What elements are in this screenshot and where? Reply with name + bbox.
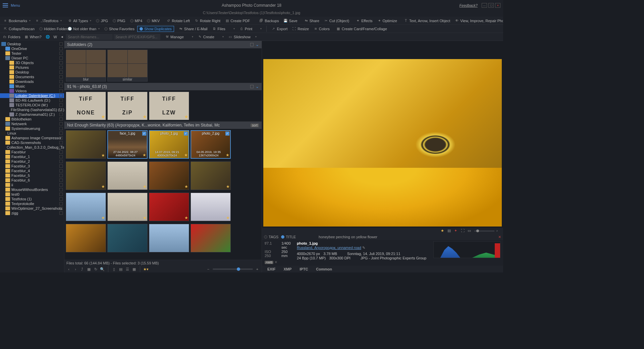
check-icon[interactable]: ✓ xyxy=(184,132,188,136)
sb-grid-icon[interactable]: ▦ xyxy=(87,267,91,271)
tree-item[interactable]: ii xyxy=(0,183,64,187)
tree-item[interactable]: 3D Objects xyxy=(0,60,64,65)
tree-check[interactable] xyxy=(59,70,63,74)
print-button[interactable]: ⎙Print▾ xyxy=(237,26,264,32)
thumbnail-scroll[interactable]: Subfolders (2) ⌄ blur similar 91 % - pho… xyxy=(64,41,262,260)
tree-check[interactable] xyxy=(59,164,63,168)
sb-search-icon[interactable]: 🔍 xyxy=(100,267,105,271)
tree-check[interactable] xyxy=(59,117,63,121)
tree-check[interactable] xyxy=(59,207,63,210)
tree-check[interactable] xyxy=(59,42,63,46)
thumb[interactable]: ★ xyxy=(149,161,189,190)
tree-check[interactable] xyxy=(59,188,63,191)
sb-view1-icon[interactable]: ▯ xyxy=(112,267,116,271)
tree-check[interactable] xyxy=(59,52,63,55)
view-improve-button[interactable]: 👁View, Improve, Repair Photo xyxy=(453,18,503,23)
thumb-selected[interactable]: face_1.jpg✓27.04.2022, 08:274480x5973x24… xyxy=(107,130,148,159)
thumb[interactable]: ★ xyxy=(149,193,189,221)
mkv-filter[interactable]: MKV xyxy=(145,18,162,23)
tree-check[interactable] xyxy=(59,169,63,172)
sb-view4-icon[interactable]: ▦ xyxy=(132,267,137,271)
rotate-right-button[interactable]: ↻Rotate Right xyxy=(193,18,222,23)
thumb-selected[interactable]: photo_1.jpg✓14.07.2019, 09:214000x2670x2… xyxy=(149,130,189,159)
tree-item[interactable]: WinOptimizer_27_Screenshots xyxy=(0,206,64,211)
title-tab[interactable]: TITLE xyxy=(281,235,296,239)
tree-item[interactable]: Pictures xyxy=(0,65,64,70)
preview-image[interactable] xyxy=(263,59,502,227)
tree-check[interactable] xyxy=(59,132,63,135)
tree-check[interactable] xyxy=(59,103,63,107)
sb-up-icon[interactable]: ⤴ xyxy=(80,267,85,271)
tags-tab[interactable]: TAGS xyxy=(264,235,278,239)
pt-fullscreen-icon[interactable]: ⛶ xyxy=(461,229,466,233)
tree-check[interactable] xyxy=(59,80,63,83)
thumb[interactable]: ★ xyxy=(66,161,106,190)
tree-check[interactable] xyxy=(59,146,63,149)
nav-prev[interactable]: ◂ xyxy=(60,34,64,40)
tree-item[interactable]: Linux xyxy=(0,131,64,136)
tree-check[interactable] xyxy=(59,85,63,88)
show-duplicates-toggle[interactable]: Show Duplicates xyxy=(137,26,174,32)
search-filenames-input[interactable] xyxy=(66,34,113,40)
star-icon[interactable]: ★ xyxy=(184,153,188,157)
manage-button[interactable]: ⚒Manage▾ xyxy=(163,34,195,40)
tree-item[interactable]: Z (\\ashsrvwuma01) (Z:) xyxy=(0,112,64,117)
tree-check[interactable] xyxy=(59,99,63,102)
tree-item[interactable]: Systemsteuerung xyxy=(0,126,64,131)
star-icon[interactable]: ★ xyxy=(184,114,188,119)
zoom-out-icon[interactable]: − xyxy=(206,267,211,271)
tree-check[interactable] xyxy=(59,179,63,182)
not-older-button[interactable]: 🕐Not older than▾ xyxy=(66,26,102,32)
group-header-tiff[interactable]: 91 % - photo_63.tif (3) ⌄ xyxy=(64,83,262,90)
tree-check[interactable] xyxy=(59,136,63,140)
pt-fit-icon[interactable]: ▭ xyxy=(468,229,472,233)
tree-item[interactable]: Desktop xyxy=(0,42,64,46)
tree-check[interactable] xyxy=(59,155,63,158)
save-button[interactable]: 💾Save xyxy=(281,18,299,23)
subfolder-similar[interactable]: similar xyxy=(107,50,148,82)
star-icon[interactable]: ★ xyxy=(226,153,229,157)
tab-iptc[interactable]: IPTC xyxy=(300,267,308,271)
backups-button[interactable]: 🗐Backups xyxy=(257,18,281,23)
tree-check[interactable] xyxy=(59,141,63,144)
create-pdf-button[interactable]: ▤Create PDF xyxy=(223,18,252,23)
close-icon[interactable]: × xyxy=(498,234,501,240)
tree-check[interactable] xyxy=(59,127,63,130)
thumb[interactable] xyxy=(66,224,106,252)
tree-check[interactable] xyxy=(59,160,63,163)
tree-item[interactable]: Downloads xyxy=(0,79,64,84)
search-iptc-input[interactable] xyxy=(113,34,160,40)
tree-item[interactable]: Textprotokolle xyxy=(0,201,64,206)
all-types-button[interactable]: ⚙All Types▾ xyxy=(66,18,93,23)
chevron-down-icon[interactable]: ⌄ xyxy=(256,42,259,47)
tree-check[interactable] xyxy=(59,197,63,201)
tree-item[interactable]: Documents xyxy=(0,74,64,79)
share-button[interactable]: ⇆Share xyxy=(302,18,321,23)
tree-item[interactable]: Faceblur_1 xyxy=(0,154,64,159)
tree-item[interactable]: OneDrive xyxy=(0,46,64,51)
create-card-button[interactable]: ▦Create Card/Frame/Collage xyxy=(334,26,389,32)
share-email-button[interactable]: ⇆Share / E-Mail xyxy=(177,26,210,32)
tree-check[interactable] xyxy=(59,89,63,93)
tree-item[interactable]: Collection_Man_0.3.2.0_Debug_Test xyxy=(0,145,64,150)
check-icon[interactable]: ✓ xyxy=(142,132,146,136)
thumb[interactable]: ★ xyxy=(107,193,148,221)
thumb[interactable]: ★ xyxy=(66,193,106,221)
pt-more-icon[interactable]: › xyxy=(496,229,501,233)
sort-button[interactable]: sort xyxy=(251,123,259,127)
zoom-slider[interactable] xyxy=(213,268,253,270)
collaps-rescan-button[interactable]: ⇱Collaps/Rescan xyxy=(1,26,37,32)
thumb-selected[interactable]: photo_2.jpg✓04.05.2019, 19:351367x2000x2… xyxy=(191,130,231,159)
tree-check[interactable] xyxy=(59,183,63,187)
thumb[interactable]: ★ xyxy=(191,193,231,221)
nav-last-icon[interactable]: › xyxy=(73,267,78,271)
sb-view2-icon[interactable]: ▤ xyxy=(118,267,123,271)
jpg-filter[interactable]: JPG xyxy=(94,18,110,23)
tree-item[interactable]: FileSharing (\\ashsrvdata01) (U:) xyxy=(0,107,64,112)
pt-compare-icon[interactable]: ▤ xyxy=(447,229,452,233)
tree-check[interactable] xyxy=(59,211,63,215)
tree-item[interactable]: MouseWithoutBorders xyxy=(0,187,64,192)
star-icon[interactable]: ★ xyxy=(101,153,105,158)
tree-check[interactable] xyxy=(59,66,63,69)
star-icon[interactable]: ★ xyxy=(101,114,105,119)
